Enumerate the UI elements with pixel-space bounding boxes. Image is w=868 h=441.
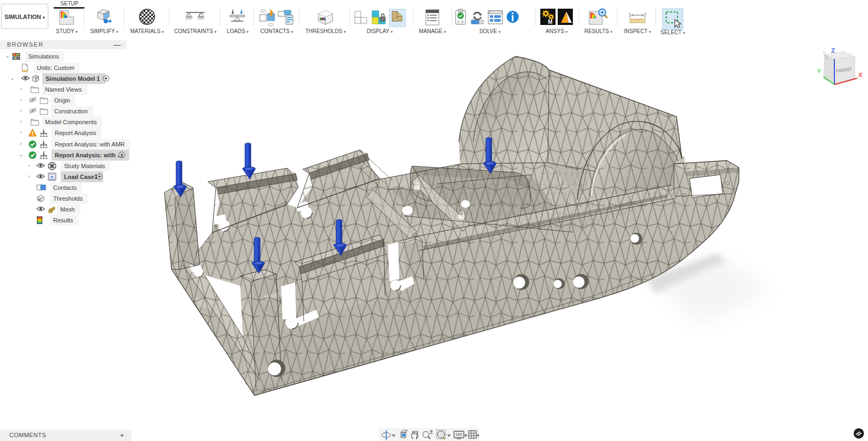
svg-text:M: M [548,19,552,25]
svg-text:LEFT: LEFT [822,52,829,61]
svg-text:X: X [858,72,863,78]
svg-text:Y: Y [817,68,821,74]
svg-text:Z: Z [831,47,835,54]
